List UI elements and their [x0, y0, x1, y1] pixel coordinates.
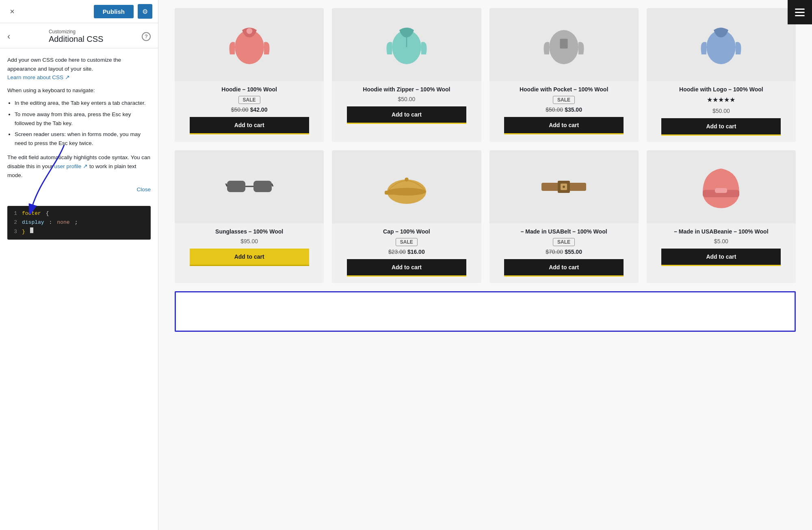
panel-header-info: Customizing Additional CSS [49, 29, 104, 44]
add-to-cart-button[interactable]: Add to cart [347, 259, 466, 277]
original-price: $70.00 [546, 249, 563, 255]
code-line-1: 1 footer{ [11, 209, 147, 218]
product-price-sale: $70.00$55.00 [546, 249, 582, 255]
user-profile-link[interactable]: user profile ↗ [54, 163, 88, 169]
product-price-sale: $50.00$35.00 [546, 106, 582, 113]
back-button[interactable]: ‹ [7, 31, 10, 42]
product-price: $5.00 [714, 238, 728, 244]
add-to-cart-button[interactable]: Add to cart [190, 117, 309, 134]
svg-point-22 [563, 186, 565, 188]
product-price: $95.00 [240, 238, 258, 244]
add-to-cart-button[interactable]: Add to cart [347, 106, 466, 124]
product-name: Hoodie with Pocket – 100% Wool [515, 86, 612, 93]
product-price-sale: $50.00$42.00 [231, 106, 268, 113]
product-card: – Made in USABeanie – 100% Wool$5.00Add … [647, 150, 796, 283]
product-image [175, 8, 324, 81]
publish-button[interactable]: Publish [94, 5, 134, 18]
panel-title: Additional CSS [49, 35, 104, 44]
bullet-3: Screen reader users: when in forms mode,… [15, 130, 151, 147]
sale-badge: SALE [238, 96, 260, 104]
bullet-2: To move away from this area, press the E… [15, 110, 151, 128]
right-panel: Hoodie – 100% WoolSALE$50.00$42.00Add to… [158, 0, 812, 530]
svg-line-11 [226, 184, 227, 186]
customizing-label: Customizing [49, 29, 104, 35]
close-x-button[interactable]: × [6, 5, 19, 18]
add-to-cart-button[interactable]: Add to cart [504, 117, 624, 134]
product-card: Sunglasses – 100% Wool$95.00Add to cart [175, 150, 324, 283]
bullet-1: In the editing area, the Tab key enters … [15, 99, 151, 108]
add-to-cart-button[interactable]: Add to cart [661, 249, 781, 266]
svg-rect-17 [385, 191, 394, 195]
discounted-price: $42.00 [250, 106, 268, 113]
svg-point-18 [405, 177, 409, 182]
gear-button[interactable]: ⚙ [138, 4, 152, 19]
product-card: Cap – 100% WoolSALE$23.00$16.00Add to ca… [332, 150, 481, 283]
product-image [332, 8, 481, 81]
product-card: Hoodie with Pocket – 100% WoolSALE$50.00… [489, 8, 639, 142]
keyboard-note: When using a keyboard to navigate: [7, 86, 151, 95]
discounted-price: $35.00 [565, 106, 582, 113]
edit-field-note: The edit field automatically highlights … [7, 153, 151, 180]
footer-highlight-box [175, 291, 796, 332]
product-price-sale: $23.00$16.00 [388, 249, 425, 255]
discounted-price: $16.00 [407, 249, 425, 255]
original-price: $23.00 [388, 249, 406, 255]
product-card: Hoodie with Logo – 100% Wool★★★★★$50.00A… [647, 8, 796, 142]
original-price: $50.00 [546, 106, 563, 113]
product-name: Hoodie with Zipper – 100% Wool [359, 86, 454, 93]
svg-rect-6 [560, 39, 568, 49]
rating-stars: ★★★★★ [707, 96, 735, 104]
add-to-cart-button[interactable]: Add to cart [661, 118, 781, 136]
code-editor-container: 1 footer{ 2 display:none; 3 } [7, 206, 151, 239]
product-card: Hoodie with Zipper – 100% Wool$50.00Add … [332, 8, 481, 142]
product-name: Hoodie – 100% Wool [217, 86, 281, 93]
sale-badge: SALE [553, 96, 575, 104]
product-name: Hoodie with Logo – 100% Wool [675, 86, 767, 93]
cursor [30, 227, 33, 233]
top-bar: × Publish ⚙ [0, 0, 158, 23]
svg-rect-25 [715, 188, 727, 193]
code-line-3: 3 } [11, 227, 147, 236]
product-name: – Made in USABeanie – 100% Wool [670, 228, 772, 235]
panel-header: ‹ Customizing Additional CSS ? [0, 23, 158, 48]
product-price: $50.00 [712, 108, 730, 114]
product-name: – Made in USABelt – 100% Wool [517, 228, 611, 235]
product-image [489, 150, 639, 223]
product-name: Sunglasses – 100% Wool [211, 228, 287, 235]
help-icon[interactable]: ? [142, 32, 151, 41]
original-price: $50.00 [231, 106, 249, 113]
product-image [332, 150, 481, 223]
close-link[interactable]: Close [136, 185, 151, 194]
add-to-cart-button[interactable]: Add to cart [504, 259, 624, 277]
hamburger-menu[interactable] [788, 0, 812, 24]
svg-point-2 [246, 28, 252, 34]
learn-more-link[interactable]: Learn more about CSS ↗ [7, 74, 70, 80]
sale-badge: SALE [396, 238, 418, 246]
panel-body: Add your own CSS code here to customize … [0, 48, 158, 530]
keyboard-bullets: In the editing area, the Tab key enters … [15, 99, 151, 147]
intro-text: Add your own CSS code here to customize … [7, 56, 151, 82]
product-card: – Made in USABelt – 100% WoolSALE$70.00$… [489, 150, 639, 283]
hamburger-icon [795, 9, 805, 16]
discounted-price: $55.00 [565, 249, 582, 255]
external-link-icon: ↗ [65, 74, 70, 80]
sale-badge: SALE [553, 238, 575, 246]
product-image [175, 150, 324, 223]
product-name: Cap – 100% Wool [379, 228, 434, 235]
css-code-editor[interactable]: 1 footer{ 2 display:none; 3 } [7, 206, 151, 239]
svg-rect-13 [227, 181, 245, 192]
product-grid: Hoodie – 100% WoolSALE$50.00$42.00Add to… [175, 8, 796, 283]
svg-line-12 [272, 184, 273, 186]
product-card: Hoodie – 100% WoolSALE$50.00$42.00Add to… [175, 8, 324, 142]
product-image [647, 150, 796, 223]
left-panel: × Publish ⚙ ‹ Customizing Additional CSS… [0, 0, 158, 530]
add-to-cart-button[interactable]: Add to cart [190, 249, 309, 266]
product-image [647, 8, 796, 81]
svg-rect-14 [253, 181, 272, 192]
product-price: $50.00 [398, 96, 415, 102]
product-image [489, 8, 639, 81]
code-line-2: 2 display:none; [11, 218, 147, 227]
